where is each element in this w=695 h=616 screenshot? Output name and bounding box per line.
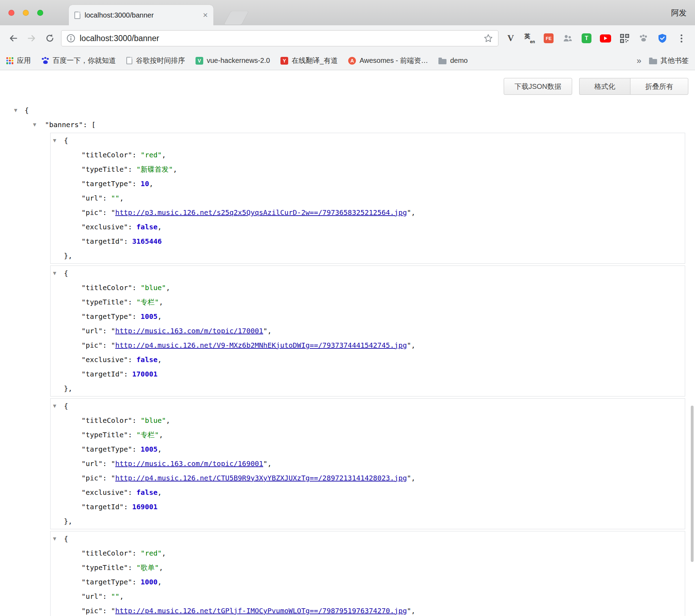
json-token: { [64,535,68,543]
collapse-toggle-icon[interactable]: ▼ [53,399,56,413]
format-button[interactable]: 格式化 [579,78,630,95]
bookmark-item[interactable]: 百度一下，你就知道 [41,56,116,65]
json-property-line: "url": "http://music.163.com/m/topic/170… [51,324,685,338]
browser-toolbar: localhost:3000/banner V 英 en FE T [0,25,695,51]
json-token: : [102,474,111,482]
bookmark-label: 应用 [17,56,31,65]
org-people-extension-icon[interactable] [560,30,576,46]
json-token: : [128,355,136,364]
bookmarks-overflow-chevron[interactable]: » [637,56,641,66]
tab-close-icon[interactable]: × [203,11,208,19]
vue-icon: V [196,57,203,65]
json-token: , [411,607,415,615]
close-window-button[interactable] [8,10,14,16]
collapse-all-button[interactable]: 折叠所有 [630,78,688,95]
collapse-toggle-icon[interactable]: ▼ [14,103,17,118]
json-token: "typeTitle" [81,563,128,572]
json-link[interactable]: http://music.163.com/m/topic/169001 [115,459,263,468]
browser-menu-icon[interactable] [673,30,689,46]
json-token: , [159,431,163,439]
youdao-icon: Y [280,57,288,65]
fe-extension-icon[interactable]: FE [541,30,557,46]
paw-extension-icon[interactable] [635,30,651,46]
bookmark-item[interactable]: 谷歌按时间排序 [126,56,185,65]
green-t-extension-icon[interactable]: T [578,30,595,46]
minimize-window-button[interactable] [23,10,29,16]
page-info-icon[interactable] [66,34,75,43]
json-token: "pic" [81,474,102,482]
json-object-box: ▼{"titleColor": "red","typeTitle": "新碟首发… [50,133,685,264]
forward-button[interactable] [22,29,41,47]
json-link[interactable]: http://music.163.com/m/topic/170001 [115,327,263,335]
bookmark-label: demo [450,57,468,65]
download-json-button[interactable]: 下载JSON数据 [504,78,572,95]
json-token: " [407,341,411,349]
format-collapse-group: 格式化 折叠所有 [579,78,688,95]
json-token: : [ [83,120,95,129]
bookmark-item[interactable]: Y在线翻译_有道 [280,56,338,65]
traffic-lights [8,10,43,16]
json-token: : [132,416,141,425]
bookmark-star-icon[interactable] [483,33,493,43]
collapse-toggle-icon[interactable]: ▼ [53,532,56,546]
json-token: "专栏" [137,298,159,306]
json-property-line: "url": "", [51,589,685,604]
json-token: " [111,459,115,468]
vimium-extension-icon[interactable]: V [503,30,519,46]
bookmark-item[interactable]: Vvue-hackernews-2.0 [196,57,270,65]
shield-check-extension-icon[interactable] [654,30,670,46]
collapse-toggle-icon[interactable]: ▼ [53,266,56,281]
json-link[interactable]: http://p4.music.126.net/CTU5B9R9y3XyYBZX… [115,474,407,482]
json-link[interactable]: http://p4.music.126.net/V9-MXz6b2MNhEKju… [115,341,407,349]
translate-extension-icon[interactable]: 英 en [522,30,538,46]
json-property-line: "pic": "http://p3.music.126.net/s25q2x5Q… [51,205,685,220]
json-token: "url" [81,592,102,601]
json-token: : [102,592,111,601]
json-token: : [128,165,136,173]
other-bookmarks[interactable]: 其他书签 [649,56,689,65]
qr-code-extension-icon[interactable] [616,30,633,46]
youtube-extension-icon[interactable] [597,30,614,46]
back-button[interactable] [4,29,22,47]
bookmarks-right: » 其他书签 [637,56,689,66]
json-token: "targetType" [81,578,132,586]
bookmark-item[interactable]: AAwesomes - 前端资… [348,56,428,65]
json-token: " [111,341,115,349]
json-token: "新碟首发" [137,165,173,173]
scrollbar-thumb[interactable] [691,406,694,562]
json-token: : [128,431,136,439]
json-token: false [137,355,158,364]
url-bar[interactable]: localhost:3000/banner [61,30,498,46]
json-token: 3165446 [132,237,162,245]
json-token: "red" [141,151,162,159]
collapse-toggle-icon[interactable]: ▼ [53,133,56,148]
collapse-toggle-icon[interactable]: ▼ [33,118,36,132]
profile-name[interactable]: 阿发 [671,8,687,18]
json-token: : [128,223,136,231]
json-token: { [25,106,29,114]
json-token: , [166,416,170,425]
json-token: "titleColor" [81,283,132,292]
json-tree: ▼{▼"banners": [▼{"titleColor": "red","ty… [0,103,695,616]
json-property-line: "typeTitle": "歌单", [51,561,685,575]
tab-title: localhost:3000/banner [85,11,199,19]
json-token: , [158,578,162,586]
json-token: , [119,592,124,601]
json-array-line: ▼"banners": [ [0,118,695,132]
fullscreen-window-button[interactable] [37,10,43,16]
bookmark-item[interactable]: 应用 [6,56,31,65]
bookmark-item[interactable]: demo [438,57,468,65]
reload-button[interactable] [41,29,59,47]
json-property-line: "targetId": 169001 [51,500,685,514]
json-link[interactable]: http://p4.music.126.net/tGPljf-IMOCyPvum… [115,607,407,615]
json-link[interactable]: http://p3.music.126.net/s25q2x5QyqsAzilC… [115,208,407,217]
url-text[interactable]: localhost:3000/banner [80,34,483,43]
browser-tab[interactable]: localhost:3000/banner × [69,5,213,25]
json-token: { [64,269,68,277]
json-property-line: "targetType": 1005, [51,309,685,324]
json-token: "专栏" [137,431,159,439]
json-token: 169001 [132,503,158,511]
json-token: " [407,474,411,482]
json-token: }, [64,517,72,525]
new-tab-button[interactable] [224,11,249,25]
